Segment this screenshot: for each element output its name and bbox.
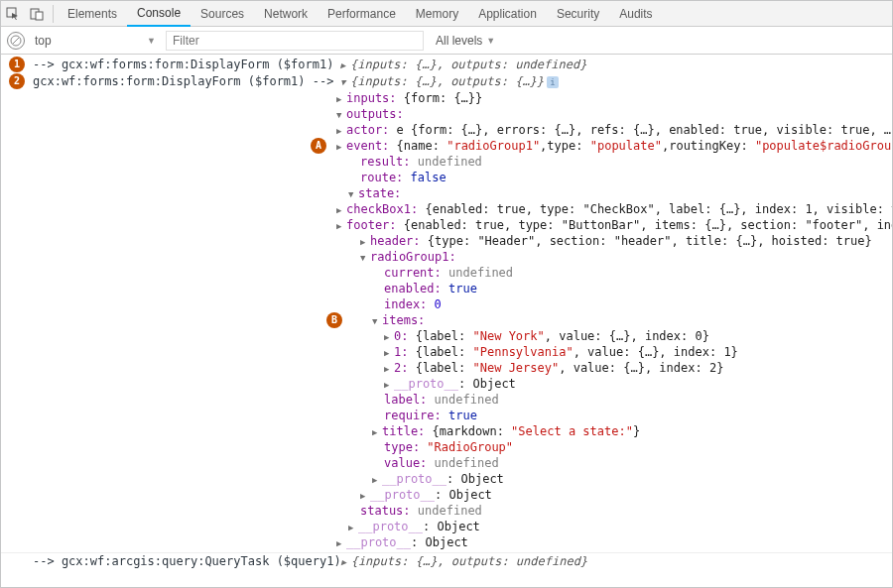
expand-icon[interactable] [384,328,394,345]
log-message: gcx:wf:forms:form:DisplayForm ($form1) -… [33,73,340,89]
log-object[interactable]: {inputs: {…}, outputs: undefined} [341,553,888,570]
tab-application[interactable]: Application [468,1,547,27]
expand-icon[interactable] [348,519,358,535]
expand-icon[interactable] [360,233,370,250]
tab-sources[interactable]: Sources [191,1,254,27]
expand-icon[interactable] [336,90,346,107]
levels-label: All levels [436,34,482,48]
tab-audits[interactable]: Audits [609,1,662,27]
svg-line-4 [13,38,19,44]
tab-performance[interactable]: Performance [318,1,406,27]
console-filterbar: top ▼ All levels ▼ [1,27,892,55]
expand-icon[interactable] [384,376,394,393]
callout-1: 1 [9,57,25,72]
log-row: --> gcx:wf:arcgis:query:QueryTask ($quer… [1,552,892,570]
object-tree: inputs: {form: {…}} outputs: actor: e {f… [336,90,892,550]
callout-B: B [326,312,342,328]
context-selector[interactable]: top ▼ [31,34,160,48]
expand-icon[interactable] [384,344,394,361]
expand-icon[interactable] [336,138,346,155]
tab-memory[interactable]: Memory [406,1,468,27]
devtools-tabbar: Elements Console Sources Network Perform… [1,1,892,27]
collapse-icon[interactable] [340,74,350,88]
tab-network[interactable]: Network [254,1,318,27]
context-label: top [35,34,52,48]
device-toggle-icon[interactable] [25,2,49,26]
collapse-icon[interactable] [348,185,358,202]
log-row: 1 --> gcx:wf:forms:form:DisplayForm ($fo… [1,57,892,73]
divider [53,5,54,23]
svg-rect-2 [36,12,43,20]
expand-icon[interactable] [341,554,351,568]
chevron-down-icon: ▼ [147,36,156,46]
collapse-icon[interactable] [372,312,382,329]
expand-icon[interactable] [336,217,346,234]
callout-2: 2 [9,73,25,89]
inspect-icon[interactable] [1,2,25,26]
log-levels-selector[interactable]: All levels ▼ [436,34,495,48]
expand-icon[interactable] [360,487,370,504]
expand-icon[interactable] [336,534,346,551]
expand-icon[interactable] [336,122,346,139]
tab-security[interactable]: Security [547,1,609,27]
expand-icon[interactable] [340,58,350,71]
expand-icon[interactable] [384,360,394,377]
clear-console-icon[interactable] [7,32,25,50]
log-object[interactable]: {inputs: {…}, outputs: undefined} [340,57,888,73]
log-object[interactable]: {inputs: {…}, outputs: {…}}i [340,73,888,90]
tab-elements[interactable]: Elements [58,1,127,27]
log-message: --> gcx:wf:arcgis:query:QueryTask ($quer… [33,553,341,569]
chevron-down-icon: ▼ [486,36,495,46]
console-output: 1 --> gcx:wf:forms:form:DisplayForm ($fo… [1,55,892,587]
info-icon[interactable]: i [547,76,559,88]
filter-input[interactable] [166,31,424,51]
expand-icon[interactable] [372,471,382,488]
collapse-icon[interactable] [336,106,346,123]
callout-A: A [311,138,326,154]
log-row: 2 gcx:wf:forms:form:DisplayForm ($form1)… [1,73,892,90]
tab-console[interactable]: Console [127,1,191,27]
collapse-icon[interactable] [360,249,370,266]
log-message: --> gcx:wf:forms:form:DisplayForm ($form… [33,57,340,72]
expand-icon[interactable] [336,201,346,218]
expand-icon[interactable] [372,423,382,440]
